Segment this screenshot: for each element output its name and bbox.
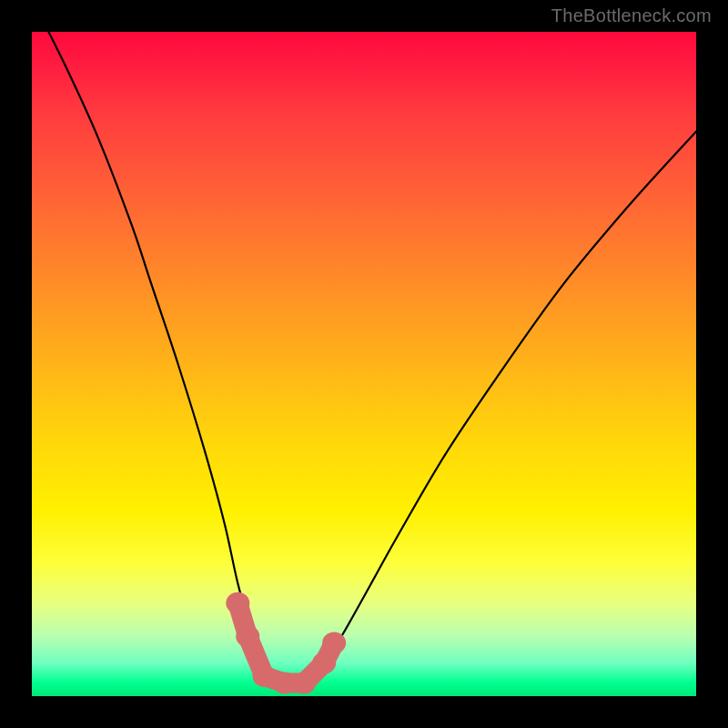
marker-point [322, 632, 346, 654]
plot-area [32, 32, 696, 696]
curve-path [32, 0, 696, 684]
marker-point [236, 625, 259, 647]
marker-point [292, 672, 316, 693]
watermark-text: TheBottleneck.com [551, 5, 712, 26]
curve-svg [32, 32, 696, 696]
bottleneck-curve [32, 0, 696, 684]
chart-frame: TheBottleneck.com [0, 0, 728, 728]
marker-point [226, 592, 249, 614]
marker-point [312, 652, 336, 674]
marker-group [226, 592, 346, 694]
